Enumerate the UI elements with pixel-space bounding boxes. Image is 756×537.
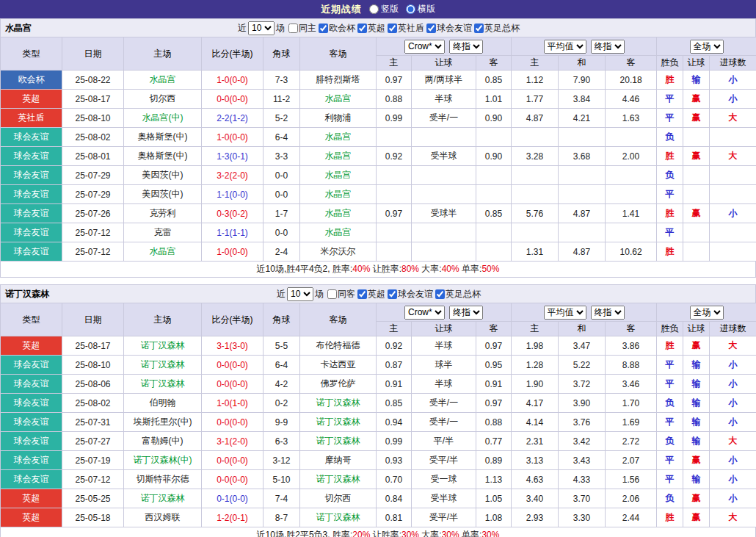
filter-checkbox-0[interactable]: 同主 (288, 22, 316, 35)
subcol-header-odds_handicap: 让球 (412, 322, 476, 336)
corners-cell: 1-7 (263, 204, 300, 223)
average-select[interactable]: 平均值 (544, 40, 586, 54)
score-cell: 3-1(3-0) (202, 336, 263, 356)
summary-segment: 近10场,胜4平4负2, 胜率: (257, 264, 353, 274)
top-bar: 近期战绩 竖版 横版 (0, 0, 756, 18)
layout-radio-vertical[interactable]: 竖版 (369, 3, 399, 15)
filter-checkbox-input[interactable] (435, 289, 445, 299)
score-cell: 3-1(2-0) (202, 432, 263, 451)
avg-draw-cell: 3.70 (559, 489, 606, 508)
filter-checkbox-input[interactable] (357, 24, 367, 33)
date-cell: 25-05-18 (62, 508, 124, 527)
avg-draw-cell (559, 185, 606, 204)
col-header-date: 日期 (62, 303, 124, 336)
odds-home-cell (377, 166, 412, 185)
league-type-cell: 球会友谊 (1, 223, 62, 242)
avg-draw-cell (559, 223, 606, 242)
avg-away-cell: 4.46 (606, 90, 657, 109)
date-cell: 25-08-17 (62, 90, 124, 109)
subcol-header-avg_draw: 和 (559, 56, 606, 71)
filter-checkbox-2[interactable]: 球会友谊 (388, 288, 433, 300)
horizontal-radio-input[interactable] (406, 4, 415, 14)
odds-away-cell: 0.95 (476, 356, 512, 375)
goals-result-cell: 小 (710, 413, 756, 432)
score-cell: 1-2(0-1) (202, 508, 263, 527)
recent-count-select[interactable]: 10 (248, 21, 275, 35)
home-team-cell: 埃斯托里尔(中) (124, 413, 202, 432)
home-team-cell: 富勒姆(中) (124, 432, 202, 451)
final-index-select[interactable]: 终指 (449, 40, 483, 54)
filter-checkbox-4[interactable]: 球会友谊 (426, 22, 472, 35)
match-row: 英超25-08-17切尔西0-0(0-0)11-2水晶宫0.88半球1.011.… (1, 90, 756, 109)
vertical-radio-input[interactable] (369, 4, 379, 14)
score-cell: 0-0(0-0) (202, 90, 263, 109)
odds-handicap-cell: 受平/半 (412, 508, 476, 527)
filter-checkbox-label: 欧会杯 (329, 22, 355, 35)
odds-away-cell: 1.01 (476, 90, 512, 109)
fulltime-select[interactable]: 全场 (690, 306, 724, 320)
score-cell: 0-0(0-0) (202, 451, 263, 470)
summary-row: 近10场,胜2平5负3, 胜率:20% 让胜率:30% 大率:30% 单率:30… (0, 527, 756, 537)
fulltime-select[interactable]: 全场 (690, 40, 724, 54)
col-header-score: 比分(半场) (202, 303, 263, 336)
score-cell: 2-2(1-2) (202, 109, 263, 128)
league-type-cell: 球会友谊 (1, 375, 62, 394)
final-index-select-2[interactable]: 终指 (591, 40, 625, 54)
match-row: 球会友谊25-07-31埃斯托里尔(中)0-0(0-0)9-9诺丁汉森林0.94… (1, 413, 756, 432)
filter-checkbox-5[interactable]: 英足总杯 (474, 22, 520, 35)
company-select[interactable]: Crow* (404, 40, 445, 54)
subcol-header-goals: 进球数 (710, 322, 756, 336)
handicap-result-cell: 赢 (683, 204, 710, 223)
league-type-cell: 欧会杯 (1, 71, 62, 90)
final-index-select[interactable]: 终指 (449, 306, 483, 320)
filter-checkbox-label: 球会友谊 (398, 288, 433, 300)
average-select[interactable]: 平均值 (544, 306, 586, 320)
avg-draw-cell: 3.76 (559, 413, 606, 432)
filter-checkbox-input[interactable] (288, 24, 298, 33)
home-team-cell: 切尔西 (124, 90, 202, 109)
result-cell: 负 (657, 432, 683, 451)
filter-checkbox-label: 球会友谊 (437, 22, 472, 35)
filter-checkbox-input[interactable] (426, 24, 436, 33)
summary-segment: 50% (481, 264, 499, 274)
filter-checkbox-2[interactable]: 英超 (357, 22, 385, 35)
goals-result-cell: 大 (710, 432, 756, 451)
away-team-cell: 水晶宫 (300, 204, 377, 223)
layout-radio-horizontal[interactable]: 横版 (406, 3, 435, 15)
filter-checkbox-1[interactable]: 英超 (357, 288, 385, 300)
odds-handicap-cell: 受平/半 (412, 451, 476, 470)
filter-checkbox-3[interactable]: 英社盾 (388, 22, 424, 35)
avg-away-cell: 1.69 (606, 413, 657, 432)
avg-draw-cell: 5.22 (559, 356, 606, 375)
away-team-cell: 水晶宫 (300, 147, 377, 166)
filter-checkbox-input[interactable] (388, 289, 397, 299)
company-select[interactable]: Crow* (404, 306, 445, 320)
avg-draw-cell: 3.30 (559, 508, 606, 527)
handicap-result-cell: 输 (683, 470, 710, 489)
filter-checkbox-1[interactable]: 欧会杯 (319, 22, 355, 35)
filter-checkbox-input[interactable] (388, 24, 397, 33)
odds-home-cell: 0.99 (377, 109, 412, 128)
odds-handicap-cell (412, 128, 476, 147)
odds-away-cell: 0.88 (476, 413, 512, 432)
match-row: 英超25-08-17诺丁汉森林3-1(3-0)5-5布伦特福德0.92半球0.9… (1, 336, 756, 356)
summary-segment: 30% (401, 530, 419, 537)
odds-home-cell: 0.70 (377, 470, 412, 489)
vertical-radio-label: 竖版 (381, 3, 399, 15)
result-cell: 胜 (657, 204, 683, 223)
filter-checkbox-input[interactable] (474, 24, 484, 33)
subcol-header-odds_away: 客 (476, 322, 512, 336)
odds-home-cell: 0.92 (377, 336, 412, 356)
filter-checkbox-0[interactable]: 同客 (327, 288, 355, 300)
games-label: 场 (276, 22, 285, 35)
filter-checkbox-input[interactable] (357, 289, 367, 299)
filter-checkbox-input[interactable] (319, 24, 328, 33)
filter-checkbox-3[interactable]: 英足总杯 (435, 288, 481, 300)
recent-count-select[interactable]: 10 (287, 287, 313, 301)
handicap-result-cell (683, 223, 710, 242)
match-row: 球会友谊25-08-06诺丁汉森林0-0(0-0)4-2佛罗伦萨0.91半球0.… (1, 375, 756, 394)
odds-handicap-cell (412, 223, 476, 242)
final-index-select-2[interactable]: 终指 (591, 306, 625, 320)
filter-checkbox-input[interactable] (327, 289, 337, 299)
odds-handicap-cell: 受半/一 (412, 413, 476, 432)
